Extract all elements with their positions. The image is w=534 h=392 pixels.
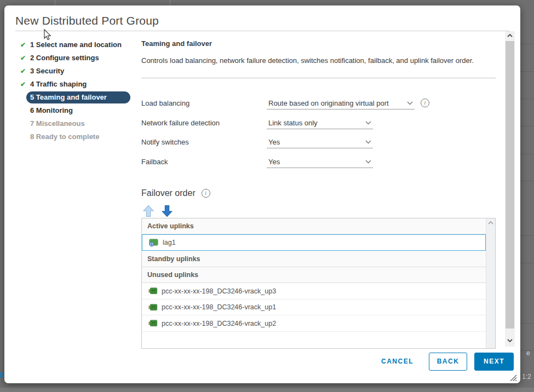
step-label: 7 Miscellaneous (30, 117, 85, 130)
chevron-down-icon (407, 101, 413, 105)
background-table-line (520, 323, 534, 324)
field-label: Failback (141, 156, 168, 168)
wizard-step-5[interactable]: 5 Teaming and failover (20, 91, 136, 104)
page-title: New Distributed Port Group (15, 14, 159, 27)
section-divider (141, 78, 496, 78)
info-icon[interactable]: i (202, 189, 210, 198)
field-label: Notify switches (141, 136, 189, 148)
scrollbar-thumb[interactable] (506, 41, 514, 328)
wizard-step-6[interactable]: 6 Monitoring (20, 104, 136, 117)
wizard-step-2[interactable]: ✔ 2 Configure settings (20, 51, 136, 65)
failback-select[interactable]: Yes (267, 156, 373, 168)
scroll-up-icon (507, 34, 513, 37)
step-label: 5 Teaming and failover (26, 91, 130, 103)
field-row-notify-switches: Notify switches Yes (141, 136, 448, 148)
section-heading: Teaming and failover (141, 39, 212, 48)
wizard-step-8: 8 Ready to complete (20, 130, 136, 143)
step-label: 4 Traffic shaping (30, 78, 87, 91)
group-header-unused-uplinks: Unused uplinks (142, 267, 486, 283)
dialog-scrollbar[interactable] (505, 31, 515, 347)
background-table-line (520, 235, 534, 236)
nic-icon (148, 287, 157, 295)
section-description: Controls load balancing, network failure… (141, 54, 500, 67)
chevron-down-icon (365, 160, 371, 164)
uplinks-table: Active uplinks lag1 Standby uplinks Unus… (141, 218, 496, 349)
step-label: 2 Configure settings (30, 51, 99, 65)
background-table-line (520, 44, 534, 44)
title-divider (15, 31, 510, 31)
cancel-button[interactable]: CANCEL (381, 358, 414, 365)
load-balancing-select[interactable]: Route based on originating virtual port (267, 97, 415, 109)
uplink-row[interactable]: pcc-xx-xx-xx-198_DC3246-vrack_up3 (142, 283, 486, 299)
chevron-down-icon (365, 140, 371, 144)
failover-order-heading: Failover order i (141, 188, 210, 198)
uplink-name: pcc-xx-xx-xx-198_DC3246-vrack_up3 (162, 287, 276, 295)
select-value: Route based on originating virtual port (268, 98, 389, 109)
mouse-cursor-icon (43, 28, 51, 41)
background-divider (170, 0, 170, 5)
field-label: Load balancing (141, 97, 190, 109)
step-label: 6 Monitoring (30, 104, 73, 117)
wizard-step-3[interactable]: ✔ 3 Security (20, 65, 136, 78)
check-icon: ✔ (20, 65, 26, 78)
check-icon: ✔ (20, 78, 26, 91)
group-header-active-uplinks: Active uplinks (142, 218, 486, 234)
lag-icon (149, 239, 158, 247)
background-text-fragment: e (526, 349, 530, 357)
background-table-line (520, 263, 534, 263)
scroll-down-icon (507, 339, 513, 342)
background-table-line (520, 99, 534, 99)
next-button[interactable]: NEXT (474, 353, 514, 371)
uplink-name: pcc-xx-xx-xx-198_DC3246-vrack_up1 (162, 303, 276, 311)
new-distributed-port-group-dialog: New Distributed Port Group ✔ 1 Select na… (4, 5, 520, 383)
group-header-standby-uplinks: Standby uplinks (142, 251, 486, 267)
select-value: Yes (268, 137, 280, 148)
info-icon[interactable]: i (421, 99, 429, 107)
background-taskbar (0, 388, 534, 392)
scroll-up-icon (488, 221, 493, 224)
check-icon: ✔ (20, 51, 26, 65)
field-row-network-failure-detection: Network failure detection Link status on… (141, 117, 448, 129)
uplink-row[interactable]: pcc-xx-xx-xx-198_DC3246-vrack_up2 (142, 315, 486, 332)
table-scrollbar[interactable] (486, 218, 495, 348)
move-up-button arrow-up-icon[interactable] (142, 205, 154, 217)
uplink-row-lag1[interactable]: lag1 (142, 234, 486, 251)
step-label: 3 Security (30, 65, 64, 78)
field-row-load-balancing: Load balancing Route based on originatin… (141, 97, 448, 109)
back-button[interactable]: BACK (429, 353, 467, 371)
wizard-step-4[interactable]: ✔ 4 Traffic shaping (20, 78, 136, 91)
chevron-down-icon (365, 121, 371, 125)
wizard-step-1[interactable]: ✔ 1 Select name and location (20, 38, 136, 51)
field-row-failback: Failback Yes (141, 156, 448, 168)
field-label: Network failure detection (141, 117, 220, 129)
uplink-row[interactable]: pcc-xx-xx-xx-198_DC3246-vrack_up1 (142, 299, 486, 315)
wizard-step-7: 7 Miscellaneous (20, 117, 136, 130)
network-failure-detection-select[interactable]: Link status only (267, 117, 373, 129)
nic-icon (148, 320, 157, 327)
background-table-line (520, 181, 534, 181)
background-table-line (520, 154, 534, 154)
failover-order-title: Failover order (141, 188, 196, 198)
uplink-name: pcc-xx-xx-xx-198_DC3246-vrack_up2 (162, 320, 276, 327)
move-down-button arrow-down-icon[interactable] (161, 205, 173, 217)
move-buttons (141, 205, 185, 218)
nic-icon (148, 304, 157, 311)
background-table-line (520, 71, 534, 72)
uplink-name: lag1 (163, 239, 176, 246)
resize-handle-icon[interactable] (509, 374, 517, 381)
select-value: Yes (268, 157, 280, 168)
notify-switches-select[interactable]: Yes (267, 136, 373, 148)
dialog-footer: CANCEL BACK NEXT (4, 352, 514, 371)
select-value: Link status only (268, 118, 318, 129)
background-text-fragment: 1:2 (522, 373, 531, 381)
background-table-line (520, 126, 534, 126)
check-icon: ✔ (20, 38, 26, 51)
background-divider (55, 0, 55, 5)
step-label: 8 Ready to complete (30, 130, 99, 143)
background-text-fragment (0, 372, 3, 378)
